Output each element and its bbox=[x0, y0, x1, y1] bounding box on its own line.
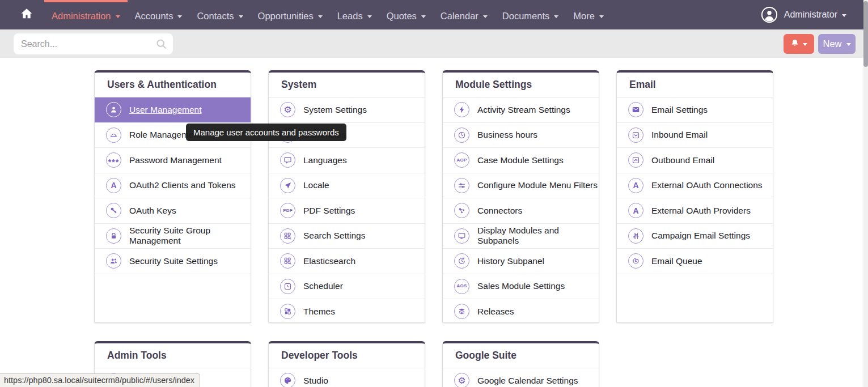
home-button[interactable] bbox=[15, 0, 39, 29]
admin-link-sales-module-settings[interactable]: AOSSales Module Settings bbox=[443, 274, 599, 300]
pdf-icon: PDF bbox=[280, 203, 295, 218]
search-boxes-icon bbox=[280, 228, 295, 244]
nav-item-documents[interactable]: Documents bbox=[495, 0, 566, 29]
new-button-label: New bbox=[823, 39, 841, 49]
admin-link-label: Inbound Email bbox=[651, 130, 708, 140]
palette-icon bbox=[280, 373, 295, 387]
admin-link-security-suite-group-management[interactable]: Security Suite Group Management bbox=[95, 224, 251, 249]
admin-link-external-oauth-providers[interactable]: AExternal OAuth Providers bbox=[617, 198, 773, 224]
aos-icon: AOS bbox=[454, 279, 469, 294]
nav-item-more[interactable]: More bbox=[566, 0, 611, 29]
search-boxes-icon bbox=[280, 253, 295, 269]
top-navbar: AdministrationAccountsContactsOpportunit… bbox=[0, 0, 868, 29]
user-name: Administrator bbox=[784, 10, 837, 20]
nav-item-label: Opportunities bbox=[258, 11, 314, 22]
home-icon bbox=[20, 7, 33, 22]
admin-link-campaign-email-settings[interactable]: Campaign Email Settings bbox=[617, 224, 773, 249]
admin-link-password-management[interactable]: ***Password Management bbox=[95, 148, 251, 173]
admin-link-search-settings[interactable]: Search Settings bbox=[269, 224, 425, 249]
admin-link-inbound-email[interactable]: Inbound Email bbox=[617, 123, 773, 148]
nav-item-opportunities[interactable]: Opportunities bbox=[251, 0, 330, 29]
nav-item-administration[interactable]: Administration bbox=[44, 0, 128, 29]
nav-item-contacts[interactable]: Contacts bbox=[189, 0, 250, 29]
card-title: Developer Tools bbox=[281, 350, 358, 362]
outbound-mail-icon bbox=[628, 152, 643, 168]
nav-item-accounts[interactable]: Accounts bbox=[128, 0, 190, 29]
chevron-down-icon bbox=[239, 15, 243, 18]
nav-item-quotes[interactable]: Quotes bbox=[379, 0, 433, 29]
admin-link-studio[interactable]: Studio bbox=[269, 368, 425, 387]
admin-link-themes[interactable]: Themes bbox=[269, 299, 425, 323]
oauth-a-icon: A bbox=[628, 203, 643, 218]
admin-link-security-suite-settings[interactable]: Security Suite Settings bbox=[95, 249, 251, 274]
user-menu[interactable]: Administrator bbox=[761, 0, 846, 29]
scrollbar-thumb[interactable] bbox=[863, 1, 868, 67]
asterisks-icon: *** bbox=[106, 152, 121, 168]
admin-link-label: Display Modules and Subpanels bbox=[477, 226, 599, 246]
admin-link-user-management[interactable]: User Management bbox=[95, 97, 251, 123]
group-icon bbox=[106, 253, 121, 269]
tooltip: Manage user accounts and passwords bbox=[186, 124, 346, 141]
admin-link-configure-module-menu-filters[interactable]: Configure Module Menu Filters bbox=[443, 173, 599, 199]
admin-link-label: Themes bbox=[303, 307, 335, 317]
admin-link-label: System Settings bbox=[303, 105, 367, 115]
card-title: Module Settings bbox=[455, 79, 532, 91]
admin-link-external-oauth-connections[interactable]: AExternal OAuth Connections bbox=[617, 173, 773, 199]
history-icon bbox=[454, 253, 469, 269]
nav-item-label: Accounts bbox=[135, 11, 173, 22]
admin-link-label: Connectors bbox=[477, 206, 522, 216]
nav-items: AdministrationAccountsContactsOpportunit… bbox=[44, 0, 611, 29]
admin-link-label: Business hours bbox=[477, 130, 537, 140]
search-icon[interactable] bbox=[155, 38, 167, 52]
chevron-down-icon bbox=[803, 43, 807, 46]
lock-icon bbox=[106, 228, 121, 244]
admin-link-label: Case Module Settings bbox=[477, 155, 564, 165]
admin-link-releases[interactable]: Releases bbox=[443, 299, 599, 323]
admin-link-oauth2-clients-and-tokens[interactable]: AOAuth2 Clients and Tokens bbox=[95, 173, 251, 199]
card-title: Email bbox=[629, 79, 656, 91]
admin-link-system-settings[interactable]: ⚙System Settings bbox=[269, 97, 425, 123]
card-system: System⚙System Settings$CurrenciesLanguag… bbox=[268, 70, 425, 323]
scrollbar-track[interactable] bbox=[863, 0, 868, 387]
admin-link-label: Email Queue bbox=[651, 256, 702, 266]
nav-item-calendar[interactable]: Calendar bbox=[433, 0, 495, 29]
admin-link-email-queue[interactable]: Email Queue bbox=[617, 249, 773, 274]
admin-link-pdf-settings[interactable]: PDFPDF Settings bbox=[269, 198, 425, 224]
admin-link-outbound-email[interactable]: Outbound Email bbox=[617, 148, 773, 173]
admin-link-label: Security Suite Settings bbox=[129, 256, 218, 266]
nav-item-label: Administration bbox=[52, 11, 111, 22]
new-button[interactable]: New bbox=[818, 34, 856, 54]
admin-link-label: Security Suite Group Management bbox=[129, 226, 251, 246]
admin-link-label: Google Calendar Settings bbox=[477, 376, 578, 386]
admin-link-activity-stream-settings[interactable]: Activity Stream Settings bbox=[443, 97, 599, 123]
admin-link-case-module-settings[interactable]: AOPCase Module Settings bbox=[443, 148, 599, 173]
chevron-down-icon bbox=[846, 43, 851, 46]
admin-link-label: Outbound Email bbox=[651, 155, 714, 165]
bolt-icon bbox=[454, 102, 469, 117]
admin-link-scheduler[interactable]: Scheduler bbox=[269, 274, 425, 300]
admin-link-label: OAuth Keys bbox=[129, 206, 176, 216]
admin-link-label: Campaign Email Settings bbox=[651, 231, 750, 241]
search-input[interactable] bbox=[14, 33, 173, 54]
admin-link-email-settings[interactable]: Email Settings bbox=[617, 97, 773, 123]
nav-item-leads[interactable]: Leads bbox=[330, 0, 379, 29]
nav-item-label: Leads bbox=[337, 11, 363, 22]
nav-item-label: Quotes bbox=[387, 11, 417, 22]
notifications-button[interactable] bbox=[784, 34, 814, 54]
admin-link-history-subpanel[interactable]: History Subpanel bbox=[443, 249, 599, 274]
theme-squares-icon bbox=[280, 304, 295, 319]
admin-link-display-modules-and-subpanels[interactable]: Display Modules and Subpanels bbox=[443, 224, 599, 249]
search-bar-row: New bbox=[0, 29, 868, 58]
nav-item-label: Calendar bbox=[441, 11, 479, 22]
admin-link-oauth-keys[interactable]: OAuth Keys bbox=[95, 198, 251, 224]
card-header: Admin Tools bbox=[95, 343, 251, 368]
admin-link-languages[interactable]: Languages bbox=[269, 148, 425, 173]
sliders-h-icon bbox=[454, 178, 469, 193]
admin-link-elasticsearch[interactable]: Elasticsearch bbox=[269, 249, 425, 274]
admin-link-google-calendar-settings[interactable]: ⚙Google Calendar Settings bbox=[443, 368, 599, 387]
admin-link-connectors[interactable]: Connectors bbox=[443, 198, 599, 224]
nav-item-label: Contacts bbox=[197, 11, 234, 22]
admin-link-business-hours[interactable]: Business hours bbox=[443, 123, 599, 148]
navigation-icon bbox=[280, 178, 295, 193]
admin-link-locale[interactable]: Locale bbox=[269, 173, 425, 199]
